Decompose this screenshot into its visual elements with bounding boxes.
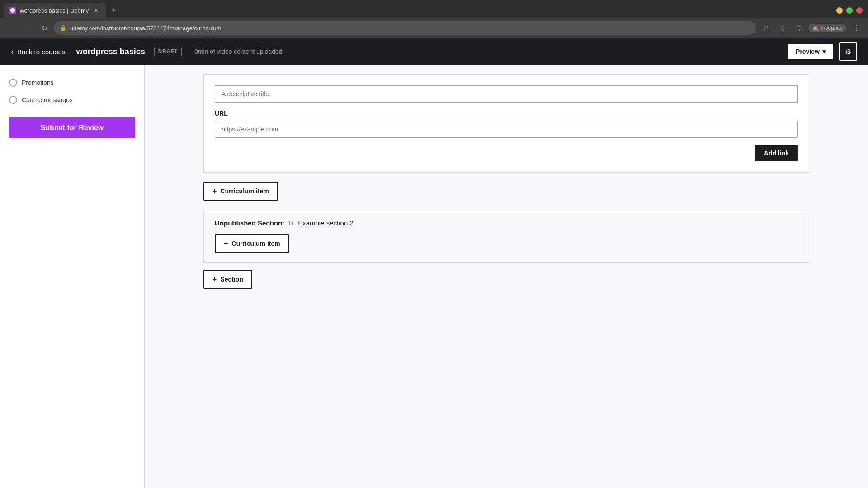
section-curriculum-item-label: Curriculum item xyxy=(231,240,280,247)
url-group: URL xyxy=(215,110,798,138)
tab-close-btn[interactable]: ✕ xyxy=(92,6,100,14)
window-controls xyxy=(836,7,868,14)
address-bar[interactable]: 🔒 udemy.com/instructor/course/5784474/ma… xyxy=(54,21,756,35)
svg-point-0 xyxy=(10,8,15,13)
course-title: wordpress basics xyxy=(76,47,145,56)
url-label: URL xyxy=(215,110,798,117)
messages-label: Course messages xyxy=(22,96,73,103)
sidebar-item-messages[interactable]: Course messages xyxy=(9,91,135,108)
refresh-btn[interactable]: ↻ xyxy=(38,22,51,34)
app-header: ‹ Back to courses wordpress basics DRAFT… xyxy=(0,38,868,65)
title-input[interactable] xyxy=(215,85,798,103)
url-form-section: URL Add link xyxy=(203,74,809,173)
add-section-plus-icon: + xyxy=(212,275,217,283)
section-name: Example section 2 xyxy=(298,219,354,227)
extensions-icon[interactable]: ⋮ xyxy=(850,22,863,34)
preview-label: Preview xyxy=(796,48,820,55)
incognito-label: Incognito xyxy=(821,25,843,31)
back-to-courses-link[interactable]: ‹ Back to courses xyxy=(11,47,66,56)
draft-badge: DRAFT xyxy=(154,47,182,56)
add-link-row: Add link xyxy=(215,145,798,161)
add-link-button[interactable]: Add link xyxy=(755,145,798,161)
back-nav-btn[interactable]: ← xyxy=(5,22,18,34)
video-info: 0min of video content uploaded xyxy=(194,48,283,55)
preview-dropdown-icon: ▾ xyxy=(822,48,826,55)
curriculum-item-row: + Curriculum item xyxy=(203,182,809,201)
add-section-label: Section xyxy=(220,276,243,283)
cast-icon[interactable]: ⊡ xyxy=(760,22,772,34)
settings-button[interactable]: ⚙ xyxy=(839,42,857,61)
forward-nav-btn[interactable]: → xyxy=(22,22,34,34)
promotions-radio[interactable] xyxy=(9,79,17,87)
close-btn[interactable] xyxy=(856,7,863,14)
content-inner: URL Add link + Curriculum item Unpublish… xyxy=(190,65,823,298)
curriculum-item-button[interactable]: + Curriculum item xyxy=(203,182,278,201)
url-input[interactable] xyxy=(215,121,798,138)
plus-icon: + xyxy=(212,187,217,195)
submit-for-review-button[interactable]: Submit for Review xyxy=(9,117,135,138)
minimize-btn[interactable] xyxy=(836,7,843,14)
promotions-label: Promotions xyxy=(22,79,54,86)
sidebar-item-promotions[interactable]: Promotions xyxy=(9,74,135,91)
incognito-icon: 🕵 xyxy=(812,25,819,31)
browser-toolbar: ← → ↻ 🔒 udemy.com/instructor/course/5784… xyxy=(0,18,868,38)
incognito-badge: 🕵 Incognito xyxy=(808,24,846,32)
curriculum-item-label: Curriculum item xyxy=(220,188,269,195)
lock-icon: 🔒 xyxy=(60,25,66,31)
gear-icon: ⚙ xyxy=(845,47,851,56)
bookmark-icon[interactable]: ☆ xyxy=(776,22,788,34)
unpublished-label: Unpublished Section: xyxy=(215,219,284,227)
active-tab[interactable]: wordpress basics | Udemy ✕ xyxy=(4,3,106,18)
add-section-button[interactable]: + Section xyxy=(203,270,252,289)
main-layout: Promotions Course messages Submit for Re… xyxy=(0,65,868,488)
section-doc-icon: 🗋 xyxy=(288,220,294,227)
maximize-btn[interactable] xyxy=(846,7,853,14)
tab-bar: wordpress basics | Udemy ✕ + xyxy=(0,0,868,18)
back-arrow-icon: ‹ xyxy=(11,47,14,56)
sidebar: Promotions Course messages Submit for Re… xyxy=(0,65,145,488)
tab-favicon xyxy=(9,7,16,14)
title-group xyxy=(215,85,798,103)
new-tab-btn[interactable]: + xyxy=(108,4,120,17)
toolbar-icons: ⊡ ☆ ⬡ 🕵 Incognito ⋮ xyxy=(760,22,863,34)
address-url: udemy.com/instructor/course/5784474/mana… xyxy=(70,25,750,32)
tab-title: wordpress basics | Udemy xyxy=(20,7,89,14)
section-curriculum-item-button[interactable]: + Curriculum item xyxy=(215,234,289,253)
content-area: URL Add link + Curriculum item Unpublish… xyxy=(145,65,868,488)
back-to-courses-label: Back to courses xyxy=(17,48,66,56)
browser-chrome: wordpress basics | Udemy ✕ + ← → ↻ 🔒 ude… xyxy=(0,0,868,38)
section-plus-icon: + xyxy=(224,239,228,248)
messages-radio[interactable] xyxy=(9,96,17,104)
section-2-block: Unpublished Section: 🗋 Example section 2… xyxy=(203,210,809,263)
preview-button[interactable]: Preview ▾ xyxy=(788,43,834,60)
header-right: Preview ▾ ⚙ xyxy=(788,42,857,61)
section-header: Unpublished Section: 🗋 Example section 2 xyxy=(215,219,798,227)
profile-icon[interactable]: ⬡ xyxy=(792,22,805,34)
